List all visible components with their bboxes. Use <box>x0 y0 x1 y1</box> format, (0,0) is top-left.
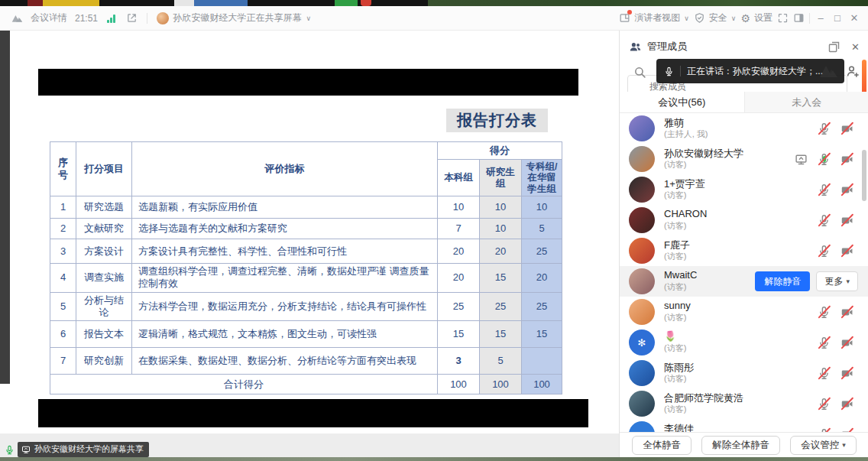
avatar: ✻ <box>629 330 655 355</box>
total-undergrad: 100 <box>438 375 480 394</box>
dropdown-arrow-icon: ▾ <box>846 278 850 285</box>
cell-crit: 调查组织科学合理，调查过程完整、清晰，数据处理严谨 调查质量控制有效 <box>132 264 438 293</box>
side-panel-toggle-icon[interactable] <box>793 12 805 24</box>
camera-icon[interactable] <box>840 306 853 319</box>
member-row[interactable]: sunny (访客) <box>620 297 868 327</box>
add-member-icon[interactable] <box>846 64 860 78</box>
security-button[interactable]: 安全 ∨ <box>694 11 737 24</box>
members-icon <box>629 41 642 54</box>
popout-panel-icon[interactable] <box>828 41 840 54</box>
score-table-row: 7研究创新在数据采集、数据处理、数据分析、分析结论等方面有突出表现35 <box>50 348 562 375</box>
tab-in-meeting[interactable]: 会议中(56) <box>620 92 744 112</box>
member-row[interactable]: 合肥师范学院黄浩 (访客) <box>620 388 868 419</box>
col-header-college: 专科组/在华留学生组 <box>522 160 562 196</box>
camera-icon[interactable] <box>840 336 853 349</box>
view-mode-button[interactable]: 演讲者视图 ∨ <box>619 11 689 24</box>
member-role: (主持人, 我) <box>664 128 708 140</box>
col-header-item: 打分项目 <box>76 142 132 196</box>
member-name: CHARON <box>664 208 707 219</box>
meeting-details-link[interactable]: 会议详情 <box>31 11 67 24</box>
score-table-row: 3方案设计方案设计具有完整性、科学性、合理性和可行性202025 <box>50 239 562 264</box>
more-button[interactable]: 更多▾ <box>816 271 858 291</box>
pop-out-share-icon[interactable] <box>126 12 138 24</box>
member-row[interactable]: 陈雨彤 (访客) <box>620 358 868 388</box>
cell-no: 7 <box>50 348 76 375</box>
close-button[interactable]: ✕ <box>848 12 860 24</box>
member-row[interactable]: 1+贾宇萱 (访客) <box>620 174 868 205</box>
sharing-banner[interactable]: 孙欣安徽财经大学正在共享屏幕 <box>173 11 302 24</box>
shield-icon <box>694 12 705 24</box>
score-table-row: 5分析与结论方法科学合理，数据运用充分，分析支持结论，结论具有可操作性25252… <box>50 292 562 321</box>
cell-crit: 在数据采集、数据处理、数据分析、分析结论等方面有突出表现 <box>132 348 438 375</box>
mute-all-button[interactable]: 全体静音 <box>632 436 691 455</box>
shared-screen-edge <box>0 31 10 384</box>
member-row[interactable]: 雅萌 (主持人, 我) <box>620 113 868 144</box>
member-role: (访客) <box>664 343 686 354</box>
speaking-tooltip-text: 正在讲话：孙欣安徽财经大学；... <box>687 65 823 78</box>
mic-icon[interactable] <box>818 306 831 319</box>
chevron-down-icon[interactable]: ∨ <box>306 15 312 22</box>
cell-item: 分析与结论 <box>76 292 132 321</box>
minimize-button[interactable]: – <box>815 12 827 24</box>
member-row[interactable]: MwaitC (访客) 解除静音 更多▾ <box>620 266 868 297</box>
mic-icon[interactable] <box>818 122 831 135</box>
score-table-body: 1研究选题选题新颖，有实际应用价值1010102文献研究选择与选题有关的文献和方… <box>50 196 562 375</box>
desktop-seg <box>174 0 194 6</box>
divider <box>147 13 147 24</box>
camera-icon[interactable] <box>840 367 853 380</box>
speaking-tooltip: 正在讲话：孙欣安徽财经大学；... <box>656 59 844 83</box>
table-total-row: 合计得分 100 100 100 <box>50 375 562 394</box>
member-row[interactable]: F鹿子 (访客) <box>620 235 868 266</box>
score-table-row: 6报告文本逻辑清晰，格式规范，文本精炼，图文生动，可读性强151515 <box>50 321 562 348</box>
mic-icon[interactable] <box>818 398 831 411</box>
cell-item: 调查实施 <box>76 264 132 293</box>
fullscreen-icon[interactable] <box>777 12 789 24</box>
desktop-wallpaper <box>428 0 868 6</box>
unmute-all-button[interactable]: 解除全体静音 <box>701 436 780 455</box>
col-header-criteria: 评价指标 <box>132 142 438 196</box>
mic-icon[interactable] <box>818 367 831 380</box>
tab-not-joined[interactable]: 未入会 <box>744 92 868 112</box>
col-header-score: 得分 <box>438 142 562 160</box>
cell-s2: 15 <box>480 321 522 348</box>
mic-icon[interactable] <box>818 214 831 227</box>
mic-icon[interactable] <box>818 183 831 196</box>
unmute-button[interactable]: 解除静音 <box>755 271 810 291</box>
camera-icon[interactable] <box>840 245 853 258</box>
member-row[interactable]: CHARON (访客) <box>620 205 868 235</box>
mic-icon[interactable] <box>818 153 831 166</box>
member-row[interactable]: 孙欣安徽财经大学 (访客) <box>620 144 868 174</box>
desktop-seg <box>335 0 358 6</box>
camera-icon[interactable] <box>840 153 853 166</box>
chevron-down-icon: ∨ <box>731 15 737 22</box>
desktop-seg <box>28 0 43 6</box>
score-table-row: 1研究选题选题新颖，有实际应用价值101010 <box>50 196 562 219</box>
member-role: (访客) <box>664 190 686 201</box>
cell-crit: 方案设计具有完整性、科学性、合理性和可行性 <box>132 239 438 264</box>
footer-button-label: 解除全体静音 <box>712 439 769 452</box>
mic-icon[interactable] <box>818 336 831 349</box>
cell-s1: 3 <box>438 348 480 375</box>
camera-icon[interactable] <box>840 214 853 227</box>
member-role: (访客) <box>664 312 686 323</box>
cell-s3: 10 <box>522 196 562 219</box>
meeting-control-button[interactable]: 会议管控▾ <box>790 436 857 455</box>
mic-level-indicator <box>823 156 826 162</box>
slide-title: 报告打分表 <box>446 109 548 132</box>
panel-header: 管理成员 ✕ <box>620 37 868 57</box>
mic-icon[interactable] <box>818 245 831 258</box>
camera-icon[interactable] <box>840 398 853 411</box>
camera-icon[interactable] <box>840 183 853 196</box>
cell-no: 5 <box>50 292 76 321</box>
member-row[interactable]: 李德佳 <box>620 419 868 432</box>
close-panel-icon[interactable]: ✕ <box>851 42 860 52</box>
camera-icon[interactable] <box>840 122 853 135</box>
panel-tabs: 会议中(56)未入会 <box>620 92 868 113</box>
cell-no: 2 <box>50 219 76 239</box>
settings-button[interactable]: ⚙ 设置 <box>740 11 772 24</box>
member-row[interactable]: ✻ 🌷 (访客) <box>620 327 868 358</box>
member-role: (访客) <box>664 159 686 170</box>
maximize-button[interactable]: □ <box>831 12 844 24</box>
cell-s2: 20 <box>480 239 522 264</box>
cell-s1: 20 <box>438 264 480 293</box>
